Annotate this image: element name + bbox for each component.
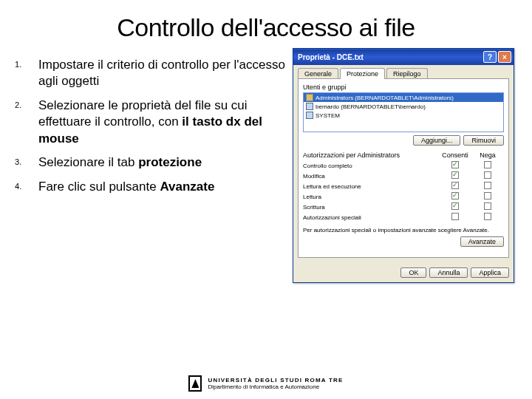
footer-line1: UNIVERSITÀ DEGLI STUDI ROMA TRE xyxy=(208,377,343,383)
advanced-button[interactable]: Avanzate xyxy=(460,236,504,247)
text-column: Impostare il criterio di controllo per l… xyxy=(13,48,285,283)
allow-checkbox[interactable] xyxy=(451,161,459,168)
group-label: Utenti e gruppi xyxy=(303,83,504,91)
perm-row: Lettura xyxy=(303,191,504,202)
steps-list: Impostare il criterio di controllo per l… xyxy=(13,57,285,195)
group-icon xyxy=(306,94,313,101)
allow-checkbox[interactable] xyxy=(451,202,459,210)
user-row[interactable]: bernardo (BERNARDOTABLET\bernardo) xyxy=(304,102,503,111)
advanced-text: Per autorizzazioni speciali o impostazio… xyxy=(303,227,504,233)
perm-row: Autorizzazioni speciali xyxy=(303,212,504,222)
apply-button[interactable]: Applica xyxy=(471,267,509,278)
step-item: Selezionare il tab protezione xyxy=(13,154,285,171)
close-button[interactable]: × xyxy=(498,51,511,63)
tab-protezione[interactable]: Protezione xyxy=(340,68,385,79)
user-row[interactable]: SYSTEM xyxy=(304,111,503,120)
allow-checkbox[interactable] xyxy=(451,171,459,179)
deny-checkbox[interactable] xyxy=(484,171,491,179)
slide-title: Controllo dell'accesso ai file xyxy=(0,0,532,48)
perm-row: Modifica xyxy=(303,171,504,181)
perm-header: Autorizzazioni per Administrators Consen… xyxy=(303,151,504,159)
step-item: Selezionare le proprietà del file su cui… xyxy=(13,98,285,147)
dialog-buttons: OK Annulla Applica xyxy=(293,263,514,282)
properties-dialog: Proprietà - DCE.txt ? × Generale Protezi… xyxy=(293,48,514,283)
deny-checkbox[interactable] xyxy=(484,213,491,220)
user-icon xyxy=(306,112,313,119)
cancel-button[interactable]: Annulla xyxy=(429,267,468,278)
tab-panel: Utenti e gruppi Administrators (BERNARDO… xyxy=(298,78,509,258)
deny-checkbox[interactable] xyxy=(484,192,491,200)
deny-checkbox[interactable] xyxy=(484,161,491,168)
perm-row: Scrittura xyxy=(303,202,504,212)
deny-checkbox[interactable] xyxy=(484,202,491,210)
university-logo-icon xyxy=(188,375,202,392)
step-item: Impostare il criterio di controllo per l… xyxy=(13,57,285,90)
titlebar: Proprietà - DCE.txt ? × xyxy=(293,49,514,65)
help-button[interactable]: ? xyxy=(483,51,497,63)
deny-checkbox[interactable] xyxy=(484,182,491,189)
add-button[interactable]: Aggiungi... xyxy=(413,135,461,146)
perm-row: Controllo completo xyxy=(303,160,504,171)
tab-riepilogo[interactable]: Riepilogo xyxy=(386,68,428,79)
tab-strip: Generale Protezione Riepilogo xyxy=(293,65,514,79)
content-row: Impostare il criterio di controllo per l… xyxy=(0,48,532,283)
perm-row: Lettura ed esecuzione xyxy=(303,181,504,191)
footer: UNIVERSITÀ DEGLI STUDI ROMA TRE Dipartim… xyxy=(0,375,532,392)
user-icon xyxy=(306,103,313,110)
ok-button[interactable]: OK xyxy=(400,267,426,278)
allow-checkbox[interactable] xyxy=(451,213,459,220)
user-row[interactable]: Administrators (BERNARDOTABLET\Administr… xyxy=(304,93,503,102)
remove-button[interactable]: Rimuovi xyxy=(463,135,504,146)
step-item: Fare clic sul pulsante Avanzate xyxy=(13,179,285,195)
perm-list: Controllo completoModificaLettura ed ese… xyxy=(303,160,504,222)
tab-generale[interactable]: Generale xyxy=(298,68,338,79)
users-listbox[interactable]: Administrators (BERNARDOTABLET\Administr… xyxy=(303,92,504,132)
dialog-title: Proprietà - DCE.txt xyxy=(298,53,364,61)
allow-checkbox[interactable] xyxy=(451,192,459,200)
footer-line2: Dipartimento di Informatica e Automazion… xyxy=(208,383,343,390)
allow-checkbox[interactable] xyxy=(451,182,459,189)
